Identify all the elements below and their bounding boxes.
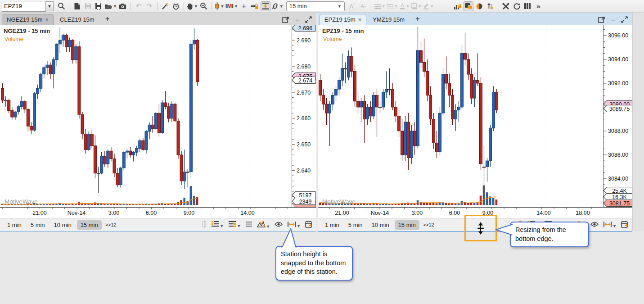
resize-highlight-box[interactable] <box>464 215 497 241</box>
minimize-icon[interactable]: – <box>612 16 615 23</box>
separator <box>498 2 498 10</box>
timeframe-select[interactable]: 15 min▼ <box>286 1 345 11</box>
close-icon[interactable]: × <box>45 16 49 23</box>
period-15min[interactable]: 15 min <box>395 220 419 230</box>
tab-epz19[interactable]: EPZ19 15m× <box>320 14 366 25</box>
chevron-down-icon: ▼ <box>338 4 342 9</box>
panels-icon[interactable] <box>464 1 473 11</box>
price-axis[interactable]: 3096.003094.003092.003090.003088.003086.… <box>603 25 632 207</box>
popout-icon[interactable] <box>282 16 289 23</box>
period-overflow[interactable]: >>12 <box>105 222 117 227</box>
svg-text:3:00: 3:00 <box>412 210 423 216</box>
maximize-icon[interactable] <box>305 16 312 23</box>
minimize-icon[interactable]: – <box>296 16 299 23</box>
timeframe-value: 15 min <box>289 3 307 9</box>
columns-icon[interactable] <box>522 1 532 11</box>
font-increase-icon[interactable]: A^ <box>347 1 357 11</box>
alert-wand-icon[interactable] <box>160 1 170 11</box>
visibility-eye-icon[interactable] <box>590 222 599 228</box>
refresh-icon[interactable] <box>512 1 522 11</box>
candles <box>1 27 199 193</box>
save-icon[interactable] <box>83 1 93 11</box>
redo-icon[interactable]: ↷ <box>144 1 154 11</box>
font-decrease-icon[interactable]: Aˇ <box>358 1 368 11</box>
period-10min[interactable]: 10 min <box>50 220 75 230</box>
period-15min[interactable]: 15 min <box>77 220 102 230</box>
callout-resize-edge: Resizing from the bottom edge. <box>510 222 589 247</box>
add-icon[interactable]: + <box>239 1 249 11</box>
pen-color-icon[interactable]: ▼ <box>423 1 434 11</box>
popout-icon[interactable] <box>598 16 605 23</box>
period-1min[interactable]: 1 min <box>4 220 25 230</box>
candlestick-chart-epz19[interactable] <box>318 25 603 207</box>
close-icon[interactable]: × <box>358 16 362 23</box>
add-tab-button[interactable]: + <box>415 14 420 23</box>
symbol-input[interactable] <box>2 1 46 12</box>
svg-text:2.670: 2.670 <box>297 90 311 96</box>
goto-date-icon[interactable] <box>621 221 629 229</box>
svg-text:18:00: 18:00 <box>576 210 590 216</box>
period-5min[interactable]: 5 min <box>345 220 366 230</box>
svg-text:2349: 2349 <box>299 199 312 205</box>
svg-text:14:00: 14:00 <box>536 210 550 216</box>
lock-bar-icon[interactable] <box>250 1 260 11</box>
tools-icon[interactable] <box>501 1 511 11</box>
svg-text:21:00: 21:00 <box>335 210 349 216</box>
bar-height-icon[interactable]: ▼ <box>228 221 241 229</box>
svg-text:Nov-14: Nov-14 <box>68 210 86 216</box>
svg-text:3088.00: 3088.00 <box>608 128 628 134</box>
period-10min[interactable]: 10 min <box>368 220 393 230</box>
add-study-icon[interactable]: ▼ <box>257 221 270 229</box>
tab-ngez19[interactable]: NGEZ19 15m× <box>2 14 54 25</box>
new-page-icon[interactable] <box>72 1 82 11</box>
zoom-out-icon[interactable] <box>199 1 209 11</box>
fit-vertical-icon[interactable] <box>261 1 270 11</box>
undo-icon[interactable]: ↶ <box>134 1 144 11</box>
goto-date-icon[interactable] <box>305 221 313 229</box>
volume-lock-icon[interactable] <box>453 1 463 11</box>
symbol-dropdown-arrow[interactable]: ▼ <box>46 1 54 11</box>
link-icon[interactable]: ▼ <box>271 1 284 11</box>
line-style-icon[interactable]: ▼ <box>387 1 398 11</box>
tab-clez19[interactable]: CLEZ19 15m <box>55 14 99 25</box>
camera-icon[interactable] <box>118 1 128 11</box>
svg-text:2.660: 2.660 <box>297 115 311 122</box>
tab-ymz19[interactable]: YMZ19 15m <box>368 14 409 25</box>
add-tab-button[interactable]: + <box>105 14 110 23</box>
candle-style-icon[interactable]: ▼ <box>215 1 225 11</box>
candlestick-chart-ngez19[interactable] <box>0 25 292 207</box>
svg-text:3089.75: 3089.75 <box>609 106 630 112</box>
svg-text:2.674: 2.674 <box>298 77 312 84</box>
svg-text:21:00: 21:00 <box>32 210 46 216</box>
legend-lines-icon[interactable] <box>245 221 252 228</box>
bar-spacing-icon[interactable]: ▼ <box>211 221 224 229</box>
toolbar-overflow[interactable]: » <box>533 1 543 11</box>
time-axis[interactable]: 21:00Nov-143:006:009:0014:00 <box>0 207 316 217</box>
left-bottom-toolbar: 1 min 5 min 10 min 15 min >>12 ▼ ▼ ▼ ▼ <box>0 218 316 231</box>
open-folder-icon[interactable]: ▼ <box>104 1 117 11</box>
separator <box>131 2 131 10</box>
sort-icon[interactable] <box>485 1 495 11</box>
line-width-icon[interactable]: ▼ <box>374 1 386 11</box>
period-1min[interactable]: 1 min <box>321 220 343 230</box>
price-axis[interactable]: 2.6902.6802.6702.6602.6502.6402.6302.696… <box>292 25 316 207</box>
period-overflow[interactable]: >>12 <box>423 222 434 227</box>
svg-text:3094.00: 3094.00 <box>608 56 628 63</box>
bar-type-icon[interactable]: IMI▼ <box>225 1 238 11</box>
save-all-icon[interactable] <box>94 1 104 11</box>
bar-width-icon[interactable]: ▼ <box>603 221 617 229</box>
right-gutter <box>632 13 644 231</box>
svg-text:25.4K: 25.4K <box>612 188 627 194</box>
alarm-clock-icon[interactable] <box>171 1 181 11</box>
pan-hand-icon[interactable]: ▼ <box>187 1 198 11</box>
maximize-icon[interactable] <box>621 16 628 23</box>
period-5min[interactable]: 5 min <box>27 220 49 230</box>
watermark: MotiveWave <box>322 198 356 205</box>
order-panel-icon[interactable] <box>202 220 207 229</box>
search-icon[interactable] <box>56 1 66 11</box>
contrast-icon[interactable] <box>474 1 484 11</box>
candles <box>319 27 498 206</box>
chart-title: EPZ19 - 15 min <box>322 27 364 34</box>
font-color-icon[interactable]: A▼ <box>399 1 410 11</box>
fill-color-icon[interactable]: ▼ <box>411 1 422 11</box>
